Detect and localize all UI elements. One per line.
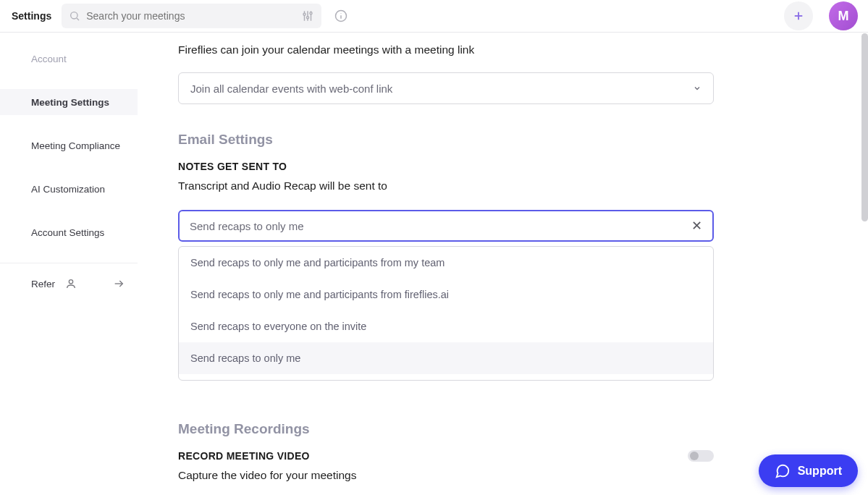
info-icon[interactable] bbox=[334, 9, 347, 22]
record-video-row: RECORD MEETING VIDEO bbox=[178, 450, 714, 462]
email-description: Transcript and Audio Recap will be sent … bbox=[178, 179, 827, 192]
content-area: Fireflies can join your calendar meeting… bbox=[138, 33, 868, 495]
search-icon bbox=[69, 10, 80, 22]
recap-option-team[interactable]: Send recaps to only me and participants … bbox=[179, 247, 713, 279]
recap-combobox: Send recaps to only me ✕ Send recaps to … bbox=[178, 210, 714, 381]
topbar-right: M bbox=[784, 1, 858, 30]
chat-icon bbox=[775, 463, 791, 479]
meeting-recordings-section: Meeting Recordings RECORD MEETING VIDEO … bbox=[178, 421, 714, 482]
autojoin-description: Fireflies can join your calendar meeting… bbox=[178, 43, 827, 56]
autojoin-select[interactable]: Join all calendar events with web-conf l… bbox=[178, 72, 714, 104]
svg-point-7 bbox=[310, 12, 312, 14]
recordings-description: Capture the video for your meetings bbox=[178, 469, 714, 482]
svg-point-5 bbox=[307, 17, 309, 19]
add-button[interactable] bbox=[784, 1, 813, 30]
email-subhead: NOTES GET SENT TO bbox=[178, 161, 827, 172]
record-video-subhead: RECORD MEETING VIDEO bbox=[178, 450, 310, 462]
topbar: Settings M bbox=[0, 0, 868, 33]
sidebar-item-ai-customization[interactable]: AI Customization bbox=[0, 176, 138, 202]
chevron-down-icon bbox=[693, 84, 701, 93]
close-icon[interactable]: ✕ bbox=[691, 218, 702, 234]
svg-line-1 bbox=[77, 18, 79, 20]
page-title: Settings bbox=[12, 10, 51, 22]
support-button[interactable]: Support bbox=[759, 454, 858, 487]
recordings-section-heading: Meeting Recordings bbox=[178, 421, 714, 437]
autojoin-value: Join all calendar events with web-conf l… bbox=[190, 82, 392, 95]
sidebar-item-meeting-compliance[interactable]: Meeting Compliance bbox=[0, 132, 138, 158]
recap-option-everyone[interactable]: Send recaps to everyone on the invite bbox=[179, 310, 713, 342]
svg-point-13 bbox=[69, 280, 72, 284]
toggle-knob bbox=[690, 452, 699, 460]
avatar[interactable]: M bbox=[829, 1, 858, 30]
support-label: Support bbox=[798, 465, 842, 478]
recap-select-input[interactable]: Send recaps to only me ✕ bbox=[178, 210, 714, 242]
person-icon bbox=[65, 278, 77, 289]
arrow-right-icon bbox=[113, 278, 125, 289]
scrollbar[interactable] bbox=[861, 33, 868, 221]
svg-point-0 bbox=[71, 12, 77, 19]
sidebar-item-meeting-settings[interactable]: Meeting Settings bbox=[0, 89, 138, 115]
layout: Account Meeting Settings Meeting Complia… bbox=[0, 33, 868, 495]
sidebar-item-account-settings[interactable]: Account Settings bbox=[0, 219, 138, 245]
email-section-heading: Email Settings bbox=[178, 132, 827, 148]
info-holder bbox=[334, 9, 347, 22]
refer-link[interactable]: Refer bbox=[0, 278, 138, 289]
recap-option-fireflies[interactable]: Send recaps to only me and participants … bbox=[179, 279, 713, 310]
search-input[interactable] bbox=[86, 10, 301, 22]
search-container bbox=[62, 4, 321, 28]
sidebar-divider bbox=[0, 263, 138, 263]
sidebar: Account Meeting Settings Meeting Complia… bbox=[0, 33, 138, 495]
record-video-toggle[interactable] bbox=[688, 450, 714, 462]
plus-icon bbox=[792, 9, 805, 22]
recap-dropdown: Send recaps to only me and participants … bbox=[178, 246, 714, 381]
sliders-icon[interactable] bbox=[301, 9, 314, 22]
svg-point-3 bbox=[303, 13, 306, 15]
recap-option-only-me[interactable]: Send recaps to only me bbox=[179, 342, 713, 374]
refer-label: Refer bbox=[31, 279, 55, 289]
recap-selected-value: Send recaps to only me bbox=[190, 220, 304, 232]
sidebar-item-account[interactable]: Account bbox=[0, 46, 138, 72]
search-trailing bbox=[301, 9, 314, 22]
